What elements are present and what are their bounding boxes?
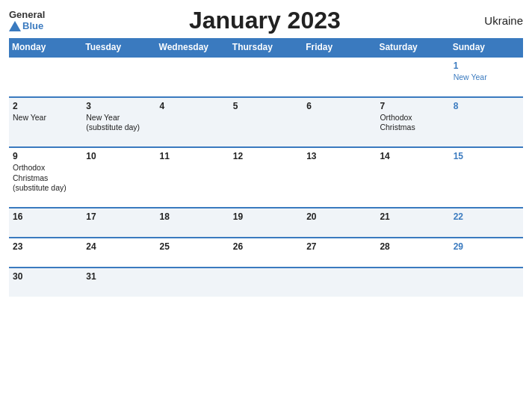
calendar-cell: 5 xyxy=(229,97,303,147)
calendar-cell: 30 xyxy=(9,268,82,297)
calendar-cell xyxy=(229,57,303,97)
day-number: 25 xyxy=(160,241,226,252)
calendar-cell: 16 xyxy=(9,208,82,238)
calendar-cell: 4 xyxy=(156,97,229,147)
calendar-cell: 25 xyxy=(156,238,229,268)
day-number: 30 xyxy=(13,271,78,282)
calendar-cell: 11 xyxy=(156,147,229,208)
calendar-page: General Blue January 2023 Ukraine Monday… xyxy=(0,0,532,411)
calendar-cell xyxy=(156,268,229,297)
calendar-cell: 21 xyxy=(376,208,449,238)
calendar-week-row: 23242526272829 xyxy=(9,238,523,268)
day-number: 19 xyxy=(233,211,299,222)
day-number: 27 xyxy=(306,241,372,252)
day-number: 18 xyxy=(160,211,226,222)
day-number: 21 xyxy=(380,211,445,222)
calendar-week-row: 1New Year xyxy=(9,57,523,97)
day-number: 10 xyxy=(86,151,152,161)
holiday-name: Orthodox Christmas (substitute day) xyxy=(13,163,66,192)
header: General Blue January 2023 Ukraine xyxy=(9,7,523,34)
day-number: 20 xyxy=(306,211,372,222)
day-number: 2 xyxy=(13,101,78,111)
calendar-week-row: 9Orthodox Christmas (substitute day)1011… xyxy=(9,147,523,208)
day-number: 31 xyxy=(86,271,152,282)
calendar-cell xyxy=(376,268,449,297)
day-number: 12 xyxy=(233,151,299,161)
calendar-cell: 31 xyxy=(82,268,155,297)
holiday-name: Orthodox Christmas xyxy=(380,113,415,132)
calendar-cell: 28 xyxy=(376,238,449,268)
col-saturday: Saturday xyxy=(376,38,449,57)
calendar-cell: 1New Year xyxy=(450,57,523,97)
day-number: 17 xyxy=(86,211,152,222)
calendar-cell: 7Orthodox Christmas xyxy=(376,97,449,147)
calendar-cell: 9Orthodox Christmas (substitute day) xyxy=(9,147,82,208)
calendar-cell: 29 xyxy=(450,238,523,268)
day-number: 29 xyxy=(454,241,519,252)
day-number: 9 xyxy=(13,151,78,161)
calendar-week-row: 3031 xyxy=(9,268,523,297)
logo: General Blue xyxy=(9,10,45,31)
day-number: 5 xyxy=(233,101,299,111)
day-number: 14 xyxy=(380,151,445,161)
calendar-cell: 13 xyxy=(303,147,376,208)
day-number: 22 xyxy=(454,211,519,222)
calendar-cell xyxy=(376,57,449,97)
calendar-title: January 2023 xyxy=(45,7,484,34)
day-number: 16 xyxy=(13,211,78,222)
col-monday: Monday xyxy=(9,38,82,57)
col-friday: Friday xyxy=(303,38,376,57)
calendar-cell: 20 xyxy=(303,208,376,238)
calendar-cell xyxy=(229,268,303,297)
calendar-week-row: 16171819202122 xyxy=(9,208,523,238)
day-number: 3 xyxy=(86,101,152,111)
calendar-cell: 6 xyxy=(303,97,376,147)
holiday-name: New Year xyxy=(454,72,487,81)
calendar-table: Monday Tuesday Wednesday Thursday Friday… xyxy=(9,38,523,297)
day-number: 7 xyxy=(380,101,445,111)
calendar-cell: 18 xyxy=(156,208,229,238)
day-number: 6 xyxy=(306,101,372,111)
calendar-cell: 23 xyxy=(9,238,82,268)
calendar-cell: 26 xyxy=(229,238,303,268)
day-number: 4 xyxy=(160,101,226,111)
calendar-cell: 12 xyxy=(229,147,303,208)
day-number: 1 xyxy=(454,61,519,71)
calendar-cell: 14 xyxy=(376,147,449,208)
calendar-cell xyxy=(156,57,229,97)
day-number: 24 xyxy=(86,241,152,252)
day-number: 28 xyxy=(380,241,445,252)
day-number: 26 xyxy=(233,241,299,252)
calendar-cell: 15 xyxy=(450,147,523,208)
day-number: 15 xyxy=(454,151,519,161)
logo-general-text: General xyxy=(9,10,45,20)
title-area: January 2023 xyxy=(45,7,484,34)
calendar-cell xyxy=(303,268,376,297)
logo-triangle-icon xyxy=(9,21,21,31)
calendar-cell: 8 xyxy=(450,97,523,147)
calendar-cell: 3New Year (substitute day) xyxy=(82,97,155,147)
col-wednesday: Wednesday xyxy=(156,38,229,57)
calendar-cell xyxy=(303,57,376,97)
col-tuesday: Tuesday xyxy=(82,38,155,57)
country-label: Ukraine xyxy=(484,14,523,27)
calendar-cell: 17 xyxy=(82,208,155,238)
logo-blue-row: Blue xyxy=(9,20,43,31)
calendar-cell xyxy=(9,57,82,97)
day-number: 11 xyxy=(160,151,226,161)
calendar-cell xyxy=(82,57,155,97)
calendar-cell: 27 xyxy=(303,238,376,268)
day-number: 8 xyxy=(454,101,519,111)
calendar-week-row: 2New Year3New Year (substitute day)4567O… xyxy=(9,97,523,147)
calendar-cell xyxy=(450,268,523,297)
calendar-cell: 19 xyxy=(229,208,303,238)
holiday-name: New Year (substitute day) xyxy=(86,113,140,132)
calendar-cell: 22 xyxy=(450,208,523,238)
calendar-cell: 10 xyxy=(82,147,155,208)
calendar-cell: 24 xyxy=(82,238,155,268)
day-number: 23 xyxy=(13,241,78,252)
col-sunday: Sunday xyxy=(450,38,523,57)
col-thursday: Thursday xyxy=(229,38,303,57)
logo-blue-text: Blue xyxy=(22,20,43,31)
holiday-name: New Year xyxy=(13,113,46,122)
